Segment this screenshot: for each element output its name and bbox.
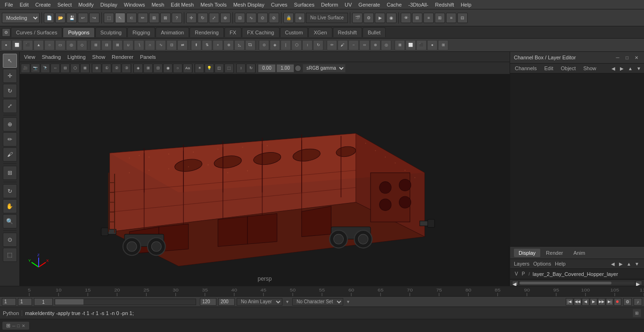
soft-select-tool[interactable]: ⊕ (3, 117, 17, 131)
save-scene-btn[interactable]: 💾 (66, 13, 77, 23)
vp-refresh-btn[interactable]: ↻ (246, 64, 256, 73)
snap-grid-btn[interactable]: ⊟ (235, 13, 245, 23)
render-view-btn[interactable]: 🎬 (352, 13, 363, 23)
select-by-component-btn[interactable]: ⬚ (104, 13, 114, 23)
cylinder-icon-btn[interactable]: ⬛ (23, 40, 33, 50)
snap-point-btn[interactable]: ⊙ (257, 13, 268, 23)
tab-rigging[interactable]: Rigging (127, 27, 155, 37)
wedge-btn[interactable]: ◺ (234, 40, 245, 50)
boolean-union-btn[interactable]: ∪ (123, 40, 133, 50)
channel-box-close[interactable]: ✕ (633, 54, 640, 61)
cb-tab-edit[interactable]: Edit (541, 65, 556, 72)
layers-help-menu[interactable]: Help (555, 261, 566, 267)
vp-hud-btn[interactable]: ⊡ (153, 64, 163, 73)
lasso-select-btn[interactable]: ⊂ (126, 13, 137, 23)
menu-3dto[interactable]: -3DtoAll- (405, 1, 431, 8)
vp-shadow-btn[interactable]: ☀ (195, 64, 204, 73)
open-scene-btn[interactable]: 📂 (55, 13, 66, 23)
vp-smooth1-btn[interactable]: ① (102, 64, 111, 73)
color-space-select[interactable]: sRGB gamma (303, 64, 346, 73)
vp-smooth2-btn[interactable]: ② (112, 64, 121, 73)
menu-redshift[interactable]: Redshift (432, 1, 457, 8)
vp-menu-view[interactable]: View (22, 53, 38, 61)
move-tool[interactable]: ✛ (3, 69, 17, 83)
menu-modify[interactable]: Modify (75, 1, 96, 8)
cone-icon-btn[interactable]: ▲ (33, 40, 44, 50)
snap-surface-btn[interactable]: ⊘ (269, 13, 279, 23)
select-tool[interactable]: ↖ (3, 54, 17, 68)
append-poly-btn[interactable]: + (213, 40, 223, 50)
layer-scrollbar[interactable]: ◀ ▶ (510, 279, 644, 286)
dt-tab-anim[interactable]: Anim (569, 249, 590, 257)
combine-icon-btn[interactable]: ⊞ (91, 40, 101, 50)
menu-surfaces[interactable]: Surfaces (291, 1, 317, 8)
camera-pan-tool[interactable]: ✋ (3, 199, 17, 213)
play-fwd-btn[interactable]: ▶ (590, 298, 597, 306)
attribute-btn[interactable]: ⊞ (435, 13, 445, 23)
create-polygon-btn[interactable]: ✏ (327, 40, 337, 50)
tab-animation[interactable]: Animation (156, 27, 189, 37)
render-btn[interactable]: ▶ (375, 13, 385, 23)
boolean-diff-btn[interactable]: ∖ (134, 40, 144, 50)
disc-icon-btn[interactable]: ◎ (66, 40, 76, 50)
layer-visibility-toggle[interactable]: V (514, 271, 519, 276)
cb-tab-channels[interactable]: Channels (512, 65, 539, 72)
win-tab-1-close-btn[interactable]: ✕ (22, 324, 25, 328)
tab-rendering[interactable]: Rendering (190, 27, 224, 37)
avg-verts-btn[interactable]: ⊡ (166, 40, 177, 50)
vp-light-btn[interactable]: 💡 (205, 64, 214, 73)
layer-editor-btn[interactable]: ⊟ (457, 13, 468, 23)
sculpt-tool[interactable]: 🖌 (3, 147, 17, 162)
uv-editor-btn[interactable]: ⊠ (395, 40, 405, 50)
layer-scroll-btn[interactable]: ▶ (618, 260, 624, 267)
duplicate-face-btn[interactable]: ⿻ (245, 40, 256, 50)
show-manip-tool[interactable]: ⊞ (3, 166, 17, 180)
spherical-map-btn[interactable]: ● (427, 40, 438, 50)
layers-options-menu[interactable]: Options (533, 261, 551, 267)
python-script-editor-btn[interactable]: ⊞ (633, 309, 641, 317)
win-tab-1-close[interactable]: ─ (12, 324, 15, 328)
menu-select[interactable]: Select (55, 1, 75, 8)
flip-edge-btn[interactable]: ↕ (302, 40, 313, 50)
tab-fx[interactable]: FX (224, 27, 241, 37)
viewport-canvas[interactable]: persp X Y Z (20, 74, 510, 286)
paint-select-btn[interactable]: ✏ (138, 13, 148, 23)
record-btn[interactable]: ⏺ (614, 298, 621, 306)
vp-menu-show[interactable]: Show (90, 53, 108, 61)
menu-edit[interactable]: Edit (17, 1, 32, 8)
target-weld-btn[interactable]: ⊗ (370, 40, 380, 50)
split-mesh-btn[interactable]: ∣ (281, 40, 291, 50)
fill-hole-btn[interactable]: ⊕ (223, 40, 234, 50)
sound-btn[interactable]: ♪ (634, 298, 642, 306)
vp-menu-panels[interactable]: Panels (138, 53, 158, 61)
end-frame-field[interactable]: 120 (200, 298, 216, 306)
bridge-btn[interactable]: ⇅ (202, 40, 212, 50)
menu-help[interactable]: Help (458, 1, 474, 8)
vp-obj-btn[interactable]: ⊕ (92, 64, 101, 73)
menu-mesh-tools[interactable]: Mesh Tools (198, 1, 229, 8)
planar-map-btn[interactable]: ⬜ (405, 40, 416, 50)
vp-xray-btn[interactable]: ⬡ (70, 64, 80, 73)
vp-2d-pan-btn[interactable]: ↔ (50, 64, 60, 73)
collapse-btn[interactable]: ◈ (270, 40, 280, 50)
relax-btn[interactable]: ~ (348, 40, 359, 50)
auto-unwrap-btn[interactable]: ⊞ (438, 40, 448, 50)
current-frame-middle[interactable]: 1 (18, 298, 32, 306)
ipr-btn[interactable]: ◉ (386, 13, 396, 23)
extract-icon-btn[interactable]: ⊠ (112, 40, 123, 50)
workspace-dropdown[interactable]: Modeling (2, 13, 40, 23)
play-back-btn[interactable]: ◀ (582, 298, 589, 306)
menu-mesh-display[interactable]: Mesh Display (231, 1, 267, 8)
circularize-btn[interactable]: ◎ (381, 40, 391, 50)
dt-tab-display[interactable]: Display (514, 249, 540, 257)
tab-fx-caching[interactable]: FX Caching (242, 27, 279, 37)
smooth-btn[interactable]: ∿ (156, 40, 166, 50)
menu-uv[interactable]: UV (342, 1, 355, 8)
snap-to-grid-btn[interactable]: ⊠ (160, 13, 171, 23)
tab-custom[interactable]: Custom (280, 27, 308, 37)
vp-menu-lighting[interactable]: Lighting (65, 53, 88, 61)
step-back-btn[interactable]: ◀◀ (574, 298, 581, 306)
menu-windows[interactable]: Windows (121, 1, 148, 8)
outliner-btn[interactable]: ≡ (423, 13, 434, 23)
layout-btn[interactable]: ⊞ (412, 13, 422, 23)
